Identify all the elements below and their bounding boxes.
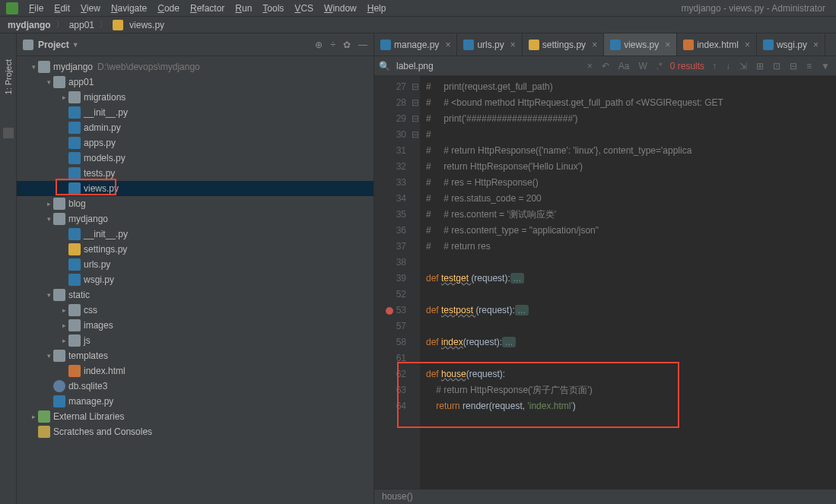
close-tab-icon[interactable]: × (665, 40, 670, 50)
tree-item-blog[interactable]: ▸blog (17, 196, 373, 211)
menu-help[interactable]: Help (363, 2, 391, 14)
tree-item-index-html[interactable]: index.html (17, 363, 373, 379)
line-number-gutter[interactable]: 2728293031323334353637383952535758616263… (374, 76, 411, 504)
regex-icon[interactable]: .* (655, 61, 664, 71)
search-icon: 🔍 (379, 61, 390, 71)
menu-vcs[interactable]: VCS (290, 2, 318, 14)
file-icon (380, 40, 391, 50)
find-bar: 🔍 label.png × ↶ Aa W .* 0 results ↑ ↓ ⇲ … (374, 56, 836, 76)
folder-icon (53, 213, 65, 225)
expand-all-icon[interactable]: ÷ (330, 40, 335, 50)
tree-item-manage-py[interactable]: manage.py (17, 394, 373, 409)
menu-tools[interactable]: Tools (258, 2, 288, 14)
tab-wsgi-py[interactable]: wsgi.py× (757, 33, 825, 55)
structure-tool-button[interactable] (3, 128, 14, 138)
code-editor[interactable]: 2728293031323334353637383952535758616263… (374, 76, 836, 504)
tree-item-apps-py[interactable]: apps.py (17, 135, 373, 151)
menu-code[interactable]: Code (153, 2, 184, 14)
status-context: house() (382, 491, 413, 502)
folder-icon (68, 334, 81, 347)
editor-tabs: manage.py×urls.py×settings.py×views.py×i… (374, 33, 836, 56)
tree-item-css[interactable]: ▸css (17, 303, 373, 318)
sidebar-title: Project (38, 40, 69, 50)
breadcrumb-sep: 〉 (99, 18, 108, 31)
filter-icon[interactable]: ▼ (819, 61, 831, 71)
menu-run[interactable]: Run (230, 2, 256, 14)
menu-file[interactable]: File (24, 2, 48, 14)
close-tab-icon[interactable]: × (592, 40, 597, 50)
tree-item-templates[interactable]: ▾templates (17, 348, 373, 363)
tree-item-mydjango[interactable]: ▾mydjango (17, 211, 373, 227)
tab-settings-py[interactable]: settings.py× (523, 33, 604, 55)
tab-urls-py[interactable]: urls.py× (457, 33, 522, 55)
tree-item-settings-py[interactable]: settings.py (17, 242, 373, 257)
breadcrumb-root[interactable]: mydjango (8, 20, 51, 30)
menu-navigate[interactable]: Navigate (106, 2, 151, 14)
py-dot-icon (68, 243, 81, 255)
close-search-icon[interactable]: × (586, 61, 594, 71)
project-sidebar: Project ▼ ⊕ ÷ ✿ — ▾mydjangoD:\web\devops… (17, 33, 374, 504)
tree-item-mydjango[interactable]: ▾mydjangoD:\web\devops\mydjango (17, 59, 373, 74)
words-icon[interactable]: W (637, 61, 648, 71)
match-case-icon[interactable]: Aa (617, 61, 631, 71)
file-icon (610, 40, 621, 50)
tree-item---init---py[interactable]: __init__.py (17, 105, 373, 120)
menu-edit[interactable]: Edit (49, 2, 75, 14)
breadcrumb-sep: 〉 (56, 18, 65, 31)
close-tab-icon[interactable]: × (813, 40, 819, 50)
tree-item---init---py[interactable]: __init__.py (17, 227, 373, 242)
export-icon[interactable]: ⇲ (738, 61, 749, 71)
tab-index-html[interactable]: index.html× (677, 33, 757, 55)
dropdown-icon[interactable]: ▼ (72, 41, 79, 49)
breadcrumb-folder[interactable]: app01 (69, 20, 94, 30)
menu-window[interactable]: Window (319, 2, 361, 14)
py-icon (68, 106, 81, 119)
py-icon (68, 258, 81, 271)
up-arrow-icon[interactable]: ↑ (710, 61, 718, 71)
file-icon (529, 40, 539, 50)
project-tool-button[interactable]: 1: Project (4, 56, 13, 97)
folder-icon (23, 40, 33, 50)
tree-item-js[interactable]: ▸js (17, 333, 373, 348)
tree-item-urls-py[interactable]: urls.py (17, 257, 373, 272)
select-all-icon[interactable]: ⊞ (755, 61, 765, 71)
tree-item-static[interactable]: ▾static (17, 287, 373, 303)
fold-gutter[interactable]: ⊟⊟⊟⊟ (411, 76, 420, 504)
tree-item-scratches-and-consoles[interactable]: Scratches and Consoles (17, 424, 373, 439)
tree-item-app01[interactable]: ▾app01 (17, 74, 373, 90)
tree-item-views-py[interactable]: views.py (17, 181, 373, 196)
tree-item-wsgi-py[interactable]: wsgi.py (17, 272, 373, 287)
close-tab-icon[interactable]: × (510, 40, 516, 50)
search-query[interactable]: label.png (396, 61, 434, 71)
close-tab-icon[interactable]: × (745, 40, 750, 50)
add-selection-icon[interactable]: ⊡ (771, 61, 782, 71)
select-opened-file-icon[interactable]: ⊕ (315, 40, 323, 50)
tree-item-db-sqlite3[interactable]: db.sqlite3 (17, 379, 373, 394)
menu-refactor[interactable]: Refactor (186, 2, 229, 14)
tree-item-migrations[interactable]: ▸migrations (17, 90, 373, 105)
code-content[interactable]: # print(request.get_full_path)# # <bound… (420, 76, 836, 504)
down-arrow-icon[interactable]: ↓ (724, 61, 732, 71)
breadcrumb-file[interactable]: views.py (129, 20, 164, 30)
tree-item-images[interactable]: ▸images (17, 318, 373, 333)
tree-item-admin-py[interactable]: admin.py (17, 120, 373, 135)
search-results-count: 0 results (670, 61, 704, 71)
editor-area: manage.py×urls.py×settings.py×views.py×i… (374, 33, 836, 504)
project-tree[interactable]: ▾mydjangoD:\web\devops\mydjango▾app01▸mi… (17, 56, 373, 504)
sidebar-header: Project ▼ ⊕ ÷ ✿ — (17, 33, 373, 56)
tree-item-tests-py[interactable]: tests.py (17, 166, 373, 181)
settings-icon[interactable]: ≡ (805, 61, 813, 71)
settings-icon[interactable]: ✿ (343, 40, 351, 50)
tree-item-external-libraries[interactable]: ▸External Libraries (17, 409, 373, 424)
breadcrumb: mydjango 〉 app01 〉 views.py (0, 17, 836, 33)
hide-icon[interactable]: — (358, 40, 367, 50)
prev-occurrence-icon[interactable]: ↶ (600, 61, 611, 71)
close-tab-icon[interactable]: × (445, 40, 450, 50)
tab-views-py[interactable]: views.py× (604, 33, 677, 55)
remove-selection-icon[interactable]: ⊟ (788, 61, 799, 71)
menu-view[interactable]: View (76, 2, 105, 14)
tree-item-models-py[interactable]: models.py (17, 151, 373, 166)
python-file-icon (113, 20, 123, 30)
db-icon (53, 380, 65, 392)
tab-manage-py[interactable]: manage.py× (374, 33, 457, 55)
